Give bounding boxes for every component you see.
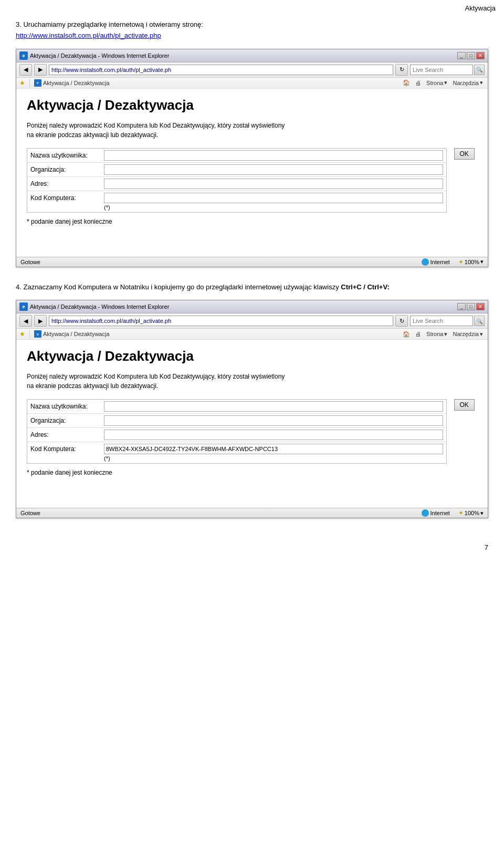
- strona-label-1: Strona: [426, 80, 443, 86]
- form-row-username-2: Nazwa użytkownika:: [27, 400, 446, 414]
- page-desc-2: Poniżej należy wprowadzić Kod Komputera …: [27, 372, 477, 391]
- address-bar-container-1: http://www.instalsoft.com.pl/auth/pl_act…: [49, 65, 393, 75]
- strona-btn-1[interactable]: Strona ▾: [425, 79, 449, 87]
- form-outer-2: Nazwa użytkownika: Organizacja:: [27, 399, 447, 464]
- refresh-btn-2[interactable]: ↻: [395, 315, 408, 327]
- fav-link-1[interactable]: e Aktywacja / Dezaktywacja: [34, 79, 110, 87]
- input-username-2[interactable]: [104, 401, 443, 412]
- narzedzia-label-1: Narzędzia: [453, 80, 479, 86]
- form-row-org-1: Organizacja:: [27, 163, 446, 177]
- browser-title-left-2: e Aktywacja / Dezaktywacja - Windows Int…: [19, 302, 169, 311]
- fav-star-btn-2[interactable]: ★: [19, 330, 25, 338]
- zoom-star-icon-2: ✦: [458, 509, 464, 517]
- minimize-btn-1[interactable]: _: [457, 52, 466, 59]
- fav-link-icon-1: e: [34, 79, 41, 87]
- step3-description: Uruchamiamy przeglądarkę internetową i o…: [23, 20, 203, 28]
- desc-line2-2: na ekranie podczas aktywacji lub dezakty…: [27, 382, 158, 390]
- internet-label-2: Internet: [430, 510, 450, 516]
- form-row-kod-1: Kod Komputera: (*): [27, 191, 446, 212]
- input-wrap-username-2: [104, 401, 443, 412]
- label-org-2: Organizacja:: [30, 417, 104, 424]
- address-text-2: http://www.instalsoft.com.pl/auth/pl_act…: [51, 318, 171, 324]
- search-input-2[interactable]: [410, 316, 473, 326]
- input-org-1[interactable]: [104, 164, 443, 175]
- form-row-kod-2: Kod Komputera: (*): [27, 442, 446, 463]
- narzedzia-btn-1[interactable]: Narzędzia ▾: [451, 79, 485, 87]
- form-row-org-2: Organizacja:: [27, 414, 446, 428]
- input-kod-2[interactable]: [104, 444, 443, 454]
- status-internet-2: 🌐 Internet: [422, 509, 450, 517]
- close-btn-1[interactable]: ✕: [476, 52, 485, 59]
- input-wrap-adres-1: [104, 179, 443, 189]
- ok-cell-2: OK: [451, 399, 477, 411]
- ok-btn-2[interactable]: OK: [454, 399, 475, 411]
- desc-line1-1: Poniżej należy wprowadzić Kod Komputera …: [27, 122, 285, 129]
- form-row-adres-2: Adres:: [27, 428, 446, 442]
- minimize-btn-2[interactable]: _: [457, 303, 466, 310]
- back-btn-1[interactable]: ◀: [19, 64, 32, 76]
- refresh-btn-1[interactable]: ↻: [395, 64, 408, 76]
- input-adres-2[interactable]: [104, 430, 443, 440]
- input-wrap-adres-2: [104, 430, 443, 440]
- label-username-2: Nazwa użytkownika:: [30, 403, 104, 410]
- address-text-1: http://www.instalsoft.com.pl/auth/pl_act…: [51, 67, 171, 73]
- zoom-star-icon-1: ✦: [458, 258, 464, 266]
- browser-favbar-2: ★ e Aktywacja / Dezaktywacja 🏠 🖨 Strona …: [16, 329, 488, 340]
- kod-note-1: (*): [104, 204, 110, 211]
- page-content: 3. Uruchamiamy przeglądarkę internetową …: [0, 14, 504, 543]
- kod-input-row-1: Kod Komputera:: [30, 193, 443, 203]
- narzedzia-btn-2[interactable]: Narzędzia ▾: [451, 330, 485, 338]
- label-kod-1: Kod Komputera:: [30, 194, 104, 202]
- label-username-1: Nazwa użytkownika:: [30, 152, 104, 159]
- input-kod-1[interactable]: [104, 193, 443, 203]
- print-btn-2[interactable]: 🖨: [414, 330, 423, 338]
- maximize-btn-1[interactable]: □: [467, 52, 475, 59]
- input-org-2[interactable]: [104, 415, 443, 426]
- address-bar-1[interactable]: http://www.instalsoft.com.pl/auth/pl_act…: [49, 65, 393, 75]
- browser-title-text-1: Aktywacja / Dezaktywacja - Windows Inter…: [30, 53, 169, 59]
- label-org-1: Organizacja:: [30, 166, 104, 173]
- search-btn-1[interactable]: 🔍: [474, 65, 485, 75]
- browser-titlebar-2: e Aktywacja / Dezaktywacja - Windows Int…: [16, 300, 488, 313]
- fav-star-btn-1[interactable]: ★: [19, 79, 25, 87]
- desc-line2-1: na ekranie podczas aktywacji lub dezakty…: [27, 131, 158, 139]
- home-btn-1[interactable]: 🏠: [401, 79, 412, 87]
- status-internet-1: 🌐 Internet: [422, 258, 450, 266]
- browser-statusbar-1: Gotowe 🌐 Internet ✦ 100% ▾: [16, 257, 488, 267]
- zoom-control-1: ✦ 100% ▾: [458, 258, 484, 266]
- input-username-1[interactable]: [104, 150, 443, 161]
- page-title-right: Aktywacja: [465, 4, 496, 12]
- back-btn-2[interactable]: ◀: [19, 315, 32, 327]
- address-bar-2[interactable]: http://www.instalsoft.com.pl/auth/pl_act…: [49, 316, 393, 326]
- print-btn-1[interactable]: 🖨: [414, 79, 423, 87]
- fav-link-2[interactable]: e Aktywacja / Dezaktywacja: [34, 330, 110, 338]
- form-outer-1: Nazwa użytkownika: Organizacja:: [27, 148, 447, 213]
- forward-btn-1[interactable]: ▶: [34, 64, 47, 76]
- ie-icon-2: e: [19, 302, 28, 311]
- fav-star-icon-1: ★: [19, 79, 25, 87]
- search-input-1[interactable]: [410, 65, 473, 75]
- page-number-container: 7: [0, 543, 504, 557]
- form-area-1: Nazwa użytkownika: Organizacja:: [27, 148, 477, 213]
- input-adres-1[interactable]: [104, 179, 443, 189]
- strona-btn-2[interactable]: Strona ▾: [425, 330, 449, 338]
- toolbar-right-1: 🏠 🖨 Strona ▾ Narzędzia ▾: [401, 79, 485, 87]
- zoom-value-1: 100%: [465, 259, 479, 265]
- toolbar-right-2: 🏠 🖨 Strona ▾ Narzędzia ▾: [401, 330, 485, 338]
- strona-label-2: Strona: [426, 331, 443, 337]
- maximize-btn-2[interactable]: □: [467, 303, 475, 310]
- close-btn-2[interactable]: ✕: [476, 303, 485, 310]
- search-btn-2[interactable]: 🔍: [474, 316, 485, 326]
- fav-link-label-2: Aktywacja / Dezaktywacja: [43, 331, 110, 337]
- forward-btn-2[interactable]: ▶: [34, 315, 47, 327]
- home-btn-2[interactable]: 🏠: [401, 330, 412, 338]
- browser-window-1: e Aktywacja / Dezaktywacja - Windows Int…: [16, 49, 488, 267]
- step3-number: 3.: [16, 20, 22, 28]
- browser-title-left-1: e Aktywacja / Dezaktywacja - Windows Int…: [19, 51, 169, 60]
- fav-star-icon-2: ★: [19, 330, 25, 338]
- input-wrap-org-1: [104, 164, 443, 175]
- ok-btn-1[interactable]: OK: [454, 148, 475, 160]
- webpage-2: Aktywacja / Dezaktywacja Poniżej należy …: [16, 340, 488, 508]
- step3-url[interactable]: http://www.instalsoft.com.pl/auth/pl_act…: [16, 32, 161, 39]
- form-row-adres-1: Adres:: [27, 177, 446, 191]
